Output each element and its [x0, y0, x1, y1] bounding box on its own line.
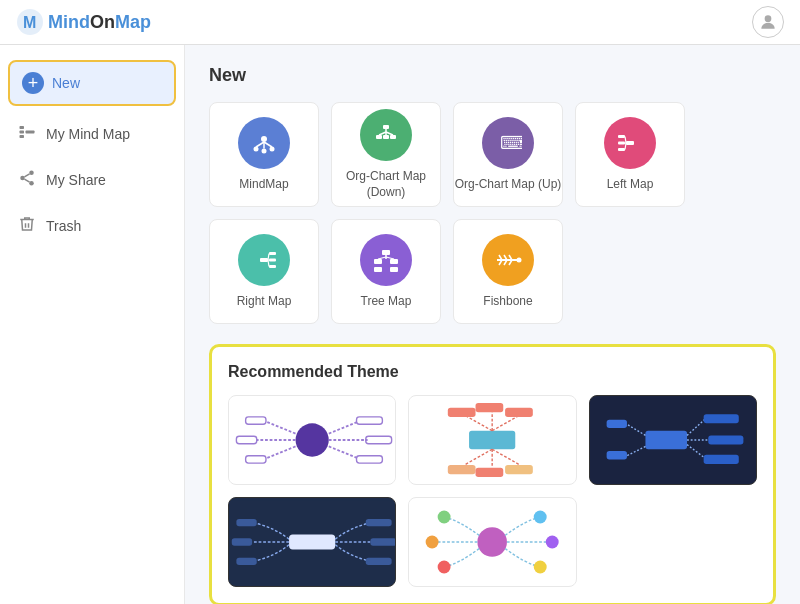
theme-card-1[interactable]: [228, 395, 396, 485]
sidebar-item-trash[interactable]: Trash: [0, 203, 184, 249]
svg-line-16: [256, 142, 264, 147]
right-map-label: Right Map: [237, 294, 292, 310]
svg-rect-29: [618, 141, 625, 144]
svg-point-111: [546, 536, 559, 549]
user-avatar[interactable]: [752, 6, 784, 38]
svg-rect-4: [20, 131, 25, 134]
sidebar-item-my-share[interactable]: My Share: [0, 157, 184, 203]
sidebar-item-new[interactable]: + New: [8, 60, 176, 106]
svg-line-48: [386, 257, 394, 259]
map-type-grid: MindMap Org-Chart Map (Down): [209, 102, 776, 324]
logo-icon: M: [16, 8, 44, 36]
svg-rect-36: [269, 258, 276, 261]
svg-rect-101: [236, 558, 256, 565]
left-map-label: Left Map: [607, 177, 654, 193]
sidebar: + New My Mind Map: [0, 45, 185, 604]
theme-card-4[interactable]: [228, 497, 396, 587]
svg-point-7: [29, 171, 34, 176]
svg-point-8: [20, 176, 25, 181]
svg-line-40: [268, 260, 269, 267]
main-layout: + New My Mind Map: [0, 45, 800, 604]
svg-rect-83: [476, 468, 504, 477]
svg-rect-95: [606, 420, 626, 428]
mindmap-icon-circle: [238, 117, 290, 169]
svg-rect-91: [708, 435, 743, 444]
svg-rect-27: [626, 141, 634, 145]
map-card-right-map[interactable]: Right Map: [209, 219, 319, 324]
svg-text:M: M: [23, 14, 36, 31]
header: M MindOnMap: [0, 0, 800, 45]
org-chart-down-label: Org-Chart Map (Down): [346, 169, 426, 200]
logo-mind: Mind: [48, 12, 90, 32]
svg-point-12: [261, 136, 267, 142]
org-chart-up-icon-circle: ⌨: [482, 117, 534, 169]
svg-rect-76: [448, 408, 476, 417]
svg-rect-92: [703, 455, 738, 464]
svg-point-58: [296, 423, 329, 456]
svg-line-31: [625, 136, 626, 143]
svg-rect-96: [606, 451, 626, 459]
svg-line-11: [24, 174, 29, 177]
map-card-fishbone[interactable]: Fishbone: [453, 219, 563, 324]
svg-rect-44: [374, 267, 382, 272]
svg-rect-90: [703, 414, 738, 423]
svg-rect-82: [448, 465, 476, 474]
svg-rect-84: [505, 465, 533, 474]
svg-point-109: [438, 560, 451, 573]
svg-point-112: [534, 560, 547, 573]
content-area: New MindMap: [185, 45, 800, 604]
svg-line-47: [378, 257, 386, 259]
sidebar-item-my-mind-map[interactable]: My Mind Map: [0, 111, 184, 157]
svg-rect-78: [505, 408, 533, 417]
logo-text: MindOnMap: [48, 12, 151, 33]
svg-line-33: [625, 143, 626, 150]
svg-rect-19: [383, 125, 389, 129]
logo: M MindOnMap: [16, 8, 151, 36]
map-card-mindmap[interactable]: MindMap: [209, 102, 319, 207]
map-card-org-chart-up[interactable]: ⌨ Org-Chart Map (Up): [453, 102, 563, 207]
svg-point-9: [29, 181, 34, 186]
sidebar-item-my-share-label: My Share: [46, 172, 106, 188]
theme-card-3[interactable]: [589, 395, 757, 485]
svg-line-10: [24, 179, 29, 182]
svg-rect-3: [20, 126, 25, 129]
svg-rect-98: [289, 535, 335, 550]
svg-point-13: [254, 146, 259, 151]
svg-point-106: [478, 527, 508, 557]
svg-point-108: [426, 536, 439, 549]
sidebar-item-new-label: New: [52, 75, 80, 91]
sidebar-item-my-mind-map-label: My Mind Map: [46, 126, 130, 142]
map-card-left-map[interactable]: Left Map: [575, 102, 685, 207]
section-title: New: [209, 65, 776, 86]
theme-card-2[interactable]: [408, 395, 576, 485]
org-chart-down-icon-circle: [360, 109, 412, 161]
svg-rect-43: [390, 259, 398, 264]
svg-rect-45: [390, 267, 398, 272]
svg-point-110: [534, 511, 547, 524]
svg-rect-35: [269, 252, 276, 255]
svg-rect-6: [26, 131, 35, 134]
right-map-icon-circle: [238, 234, 290, 286]
svg-rect-72: [469, 431, 515, 449]
tree-map-label: Tree Map: [361, 294, 412, 310]
svg-point-14: [262, 148, 267, 153]
map-card-org-chart-down[interactable]: Org-Chart Map (Down): [331, 102, 441, 207]
map-card-tree-map[interactable]: Tree Map: [331, 219, 441, 324]
svg-rect-5: [20, 135, 25, 138]
svg-rect-100: [232, 538, 252, 545]
recommended-title: Recommended Theme: [228, 363, 757, 381]
svg-rect-21: [383, 135, 389, 139]
my-share-icon: [18, 169, 36, 191]
trash-icon: [18, 215, 36, 237]
theme-card-5[interactable]: [408, 497, 576, 587]
svg-point-2: [765, 15, 772, 22]
sidebar-item-trash-label: Trash: [46, 218, 81, 234]
svg-rect-77: [476, 403, 504, 412]
svg-rect-103: [370, 538, 395, 545]
left-map-icon-circle: [604, 117, 656, 169]
fishbone-label: Fishbone: [483, 294, 532, 310]
svg-rect-41: [382, 250, 390, 255]
logo-on: On: [90, 12, 115, 32]
org-chart-up-label: Org-Chart Map (Up): [455, 177, 562, 193]
svg-text:⌨: ⌨: [500, 133, 522, 153]
